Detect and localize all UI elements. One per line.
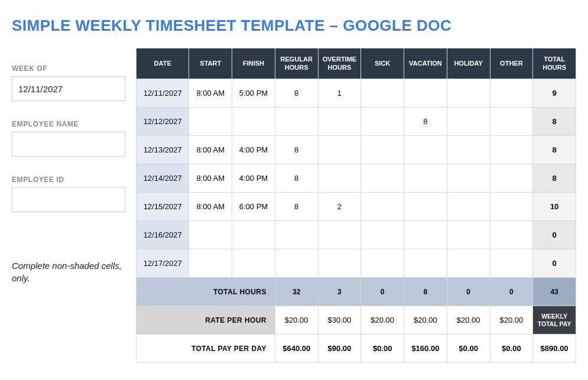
timesheet-table: DATE START FINISH REGULAR HOURS OVERTIME… (136, 48, 576, 363)
sick-cell[interactable] (361, 79, 404, 108)
pay-sick: $0.00 (361, 334, 404, 363)
sick-cell[interactable] (361, 221, 404, 249)
header-total: TOTAL HOURS (533, 48, 576, 79)
header-other: OTHER (490, 48, 533, 79)
table-row: 12/14/20278:00 AM4:00 PM88 (137, 164, 576, 193)
total-sick: 0 (361, 278, 404, 306)
row-total-cell: 8 (533, 164, 576, 193)
other-cell[interactable] (490, 193, 533, 221)
start-cell[interactable]: 8:00 AM (189, 164, 232, 193)
total-regular: 32 (275, 278, 318, 306)
header-sick: SICK (361, 48, 404, 79)
overtime-cell[interactable] (318, 164, 361, 193)
table-row: 12/17/20270 (137, 249, 576, 278)
sick-cell[interactable] (361, 108, 404, 136)
overtime-cell[interactable] (318, 221, 361, 249)
rate-vacation[interactable]: $20.00 (404, 306, 447, 334)
header-date: DATE (137, 48, 189, 79)
regular-cell[interactable] (275, 108, 318, 136)
row-total-cell: 0 (533, 249, 576, 278)
vacation-cell[interactable] (404, 164, 447, 193)
start-cell[interactable] (189, 221, 232, 249)
regular-cell[interactable] (275, 221, 318, 249)
holiday-cell[interactable] (447, 136, 490, 164)
vacation-cell[interactable]: 8 (404, 108, 447, 136)
finish-cell[interactable] (232, 249, 275, 278)
vacation-cell[interactable] (404, 79, 447, 108)
start-cell[interactable] (189, 249, 232, 278)
overtime-cell[interactable] (318, 108, 361, 136)
overtime-cell[interactable] (318, 136, 361, 164)
start-cell[interactable]: 8:00 AM (189, 193, 232, 221)
other-cell[interactable] (490, 164, 533, 193)
finish-cell[interactable]: 4:00 PM (232, 136, 275, 164)
sick-cell[interactable] (361, 136, 404, 164)
table-row: 12/15/20278:00 AM6:00 PM8210 (137, 193, 576, 221)
employee-id-label: EMPLOYEE ID (12, 176, 125, 184)
other-cell[interactable] (490, 108, 533, 136)
header-start: START (189, 48, 232, 79)
total-overtime: 3 (318, 278, 361, 306)
rate-regular[interactable]: $20.00 (275, 306, 318, 334)
header-overtime: OVERTIME HOURS (318, 48, 361, 79)
start-cell[interactable]: 8:00 AM (189, 79, 232, 108)
overtime-cell[interactable]: 1 (318, 79, 361, 108)
pay-other: $0.00 (490, 334, 533, 363)
sidebar: WEEK OF EMPLOYEE NAME EMPLOYEE ID Comple… (12, 48, 125, 284)
date-cell: 12/17/2027 (137, 249, 189, 278)
date-cell: 12/12/2027 (137, 108, 189, 136)
row-total-cell: 8 (533, 108, 576, 136)
other-cell[interactable] (490, 249, 533, 278)
start-cell[interactable] (189, 108, 232, 136)
pay-holiday: $0.00 (447, 334, 490, 363)
weekly-total-pay-label: WEEKLY TOTAL PAY (533, 306, 576, 334)
holiday-cell[interactable] (447, 249, 490, 278)
pay-vacation: $160.00 (404, 334, 447, 363)
other-cell[interactable] (490, 136, 533, 164)
holiday-cell[interactable] (447, 221, 490, 249)
total-holiday: 0 (447, 278, 490, 306)
regular-cell[interactable]: 8 (275, 136, 318, 164)
rate-other[interactable]: $20.00 (490, 306, 533, 334)
vacation-cell[interactable] (404, 193, 447, 221)
sick-cell[interactable] (361, 193, 404, 221)
employee-name-label: EMPLOYEE NAME (12, 120, 125, 128)
table-header-row: DATE START FINISH REGULAR HOURS OVERTIME… (137, 48, 576, 79)
other-cell[interactable] (490, 221, 533, 249)
sick-cell[interactable] (361, 249, 404, 278)
holiday-cell[interactable] (447, 164, 490, 193)
vacation-cell[interactable] (404, 221, 447, 249)
holiday-cell[interactable] (447, 79, 490, 108)
rate-sick[interactable]: $20.00 (361, 306, 404, 334)
date-cell: 12/15/2027 (137, 193, 189, 221)
employee-name-input[interactable] (12, 132, 125, 157)
holiday-cell[interactable] (447, 108, 490, 136)
week-of-input[interactable] (12, 76, 125, 101)
finish-cell[interactable] (232, 108, 275, 136)
finish-cell[interactable]: 4:00 PM (232, 164, 275, 193)
rate-overtime[interactable]: $30.00 (318, 306, 361, 334)
vacation-cell[interactable] (404, 249, 447, 278)
finish-cell[interactable]: 6:00 PM (232, 193, 275, 221)
overtime-cell[interactable]: 2 (318, 193, 361, 221)
regular-cell[interactable]: 8 (275, 79, 318, 108)
finish-cell[interactable]: 5:00 PM (232, 79, 275, 108)
header-regular: REGULAR HOURS (275, 48, 318, 79)
total-hours-row: TOTAL HOURS 32 3 0 8 0 0 43 (137, 278, 576, 306)
header-finish: FINISH (232, 48, 275, 79)
date-cell: 12/16/2027 (137, 221, 189, 249)
overtime-cell[interactable] (318, 249, 361, 278)
other-cell[interactable] (490, 79, 533, 108)
holiday-cell[interactable] (447, 193, 490, 221)
finish-cell[interactable] (232, 221, 275, 249)
regular-cell[interactable] (275, 249, 318, 278)
regular-cell[interactable]: 8 (275, 164, 318, 193)
start-cell[interactable]: 8:00 AM (189, 136, 232, 164)
regular-cell[interactable]: 8 (275, 193, 318, 221)
rate-holiday[interactable]: $20.00 (447, 306, 490, 334)
vacation-cell[interactable] (404, 136, 447, 164)
sick-cell[interactable] (361, 164, 404, 193)
pay-regular: $640.00 (275, 334, 318, 363)
employee-id-input[interactable] (12, 187, 125, 212)
row-total-cell: 8 (533, 136, 576, 164)
